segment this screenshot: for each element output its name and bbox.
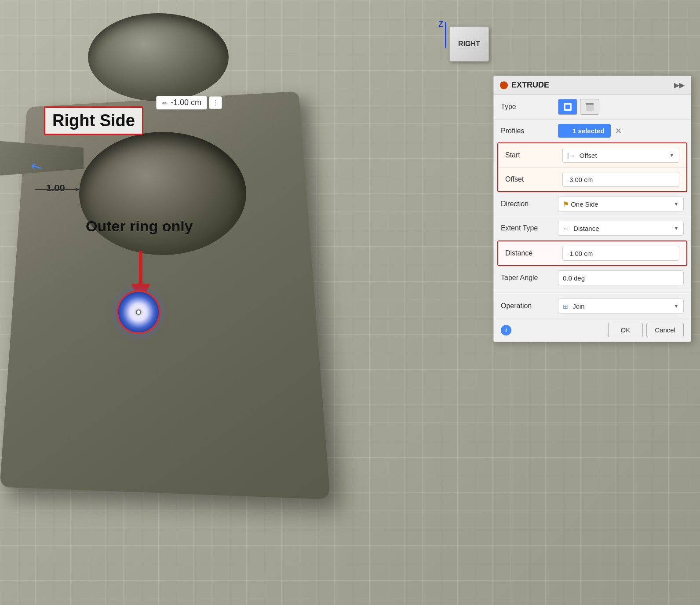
circle-target (117, 290, 160, 334)
distance-label: Distance (505, 249, 558, 257)
start-row: Start |→ Offset ▼ (498, 143, 686, 168)
direction-control: ⚑ One Side ▼ (558, 197, 684, 211)
type-solid-button[interactable] (558, 99, 577, 115)
direction-label: Direction (501, 200, 554, 208)
z-axis-label: Z (438, 20, 443, 29)
measure-value-display[interactable]: ⇔ -1.00 cm (156, 96, 207, 109)
type-row: Type (494, 95, 691, 120)
panel-body: Type Profiles (494, 95, 691, 318)
direction-value-text: One Side (571, 200, 598, 208)
operation-row: Operation ⊞ Join ▼ (494, 294, 691, 318)
start-select[interactable]: |→ Offset ▼ (562, 148, 679, 163)
extent-type-control: ↔ Distance ▼ (558, 221, 684, 236)
z-axis-line (445, 22, 446, 48)
taper-angle-label: Taper Angle (501, 274, 554, 282)
taper-angle-row: Taper Angle (494, 266, 691, 290)
direction-select[interactable]: ⚑ One Side ▼ (558, 197, 684, 211)
panel-footer: i OK Cancel (494, 318, 691, 342)
panel-title-text: EXTRUDE (511, 80, 549, 90)
axis-cube[interactable]: RIGHT (449, 26, 489, 62)
info-icon[interactable]: i (501, 325, 511, 335)
panel-header: EXTRUDE ▶▶ (494, 76, 691, 95)
taper-angle-control (558, 270, 684, 285)
offset-icon: |→ (567, 152, 575, 159)
distance-section: Distance (497, 241, 687, 266)
extent-icon: ↔ (563, 225, 569, 232)
measure-options-icon[interactable]: ⋮ (209, 96, 222, 109)
measure-bar: ⇔ -1.00 cm ⋮ (156, 96, 222, 109)
direction-icon: ⚑ (563, 200, 569, 208)
direction-chevron-icon: ▼ (674, 201, 679, 207)
ok-button[interactable]: OK (608, 323, 643, 337)
type-label: Type (501, 103, 554, 111)
extent-type-value-text: Distance (573, 225, 599, 232)
extent-type-chevron-icon: ▼ (674, 225, 679, 231)
distance-control (562, 246, 679, 261)
cavity-top (88, 13, 229, 101)
outer-ring-annotation: Outer ring only (86, 218, 193, 235)
profiles-selected-text: 1 selected (572, 127, 605, 135)
offset-label: Offset (505, 175, 558, 183)
extrude-panel: EXTRUDE ▶▶ Type (493, 76, 691, 342)
axis-indicator: Z RIGHT (432, 22, 489, 79)
panel-expand-icon[interactable]: ▶▶ (674, 81, 685, 89)
offset-row: Offset (498, 168, 686, 191)
operation-label: Operation (501, 302, 554, 310)
operation-control: ⊞ Join ▼ (558, 299, 684, 313)
measure-line (35, 189, 79, 190)
cursor-icon: ↖ (564, 127, 570, 135)
measure-short-label: 1.00 (46, 182, 65, 194)
start-chevron-icon: ▼ (669, 152, 674, 158)
direction-row: Direction ⚑ One Side ▼ (494, 192, 691, 216)
distance-input[interactable] (562, 246, 679, 261)
profiles-row: Profiles ↖ 1 selected ✕ (494, 120, 691, 142)
type-surface-button[interactable] (580, 99, 599, 115)
profiles-label: Profiles (501, 127, 554, 135)
measure-arrows-icon: ⇔ (162, 99, 167, 106)
start-value-text: Offset (580, 152, 597, 159)
circle-target-center (136, 310, 141, 315)
offset-input[interactable] (562, 172, 679, 187)
panel-divider (494, 292, 691, 292)
operation-select[interactable]: ⊞ Join ▼ (558, 299, 684, 313)
axis-cube-label: RIGHT (458, 40, 480, 48)
offset-control (562, 172, 679, 187)
cavity-mid (79, 132, 246, 255)
right-side-label: Right Side (44, 106, 143, 135)
cancel-button[interactable]: Cancel (646, 323, 684, 337)
start-offset-section: Start |→ Offset ▼ Offset (497, 142, 687, 192)
extent-type-row: Extent Type ↔ Distance ▼ (494, 216, 691, 241)
profiles-clear-button[interactable]: ✕ (615, 126, 622, 136)
operation-value-text: Join (572, 302, 585, 310)
extent-type-label: Extent Type (501, 224, 554, 232)
taper-angle-input[interactable] (558, 270, 684, 285)
panel-title: EXTRUDE (500, 80, 549, 90)
distance-row: Distance (498, 241, 686, 265)
extrude-icon (500, 81, 508, 89)
join-icon: ⊞ (563, 303, 568, 310)
operation-chevron-icon: ▼ (674, 303, 679, 309)
profiles-control: ↖ 1 selected ✕ (558, 124, 684, 138)
start-label: Start (505, 151, 558, 159)
extent-type-select[interactable]: ↔ Distance ▼ (558, 221, 684, 236)
svg-rect-3 (586, 103, 594, 105)
start-control: |→ Offset ▼ (562, 148, 679, 163)
profiles-selected-button[interactable]: ↖ 1 selected (558, 124, 611, 138)
type-control (558, 99, 684, 115)
measure-value-text: -1.00 cm (171, 98, 201, 107)
svg-rect-1 (565, 105, 570, 109)
